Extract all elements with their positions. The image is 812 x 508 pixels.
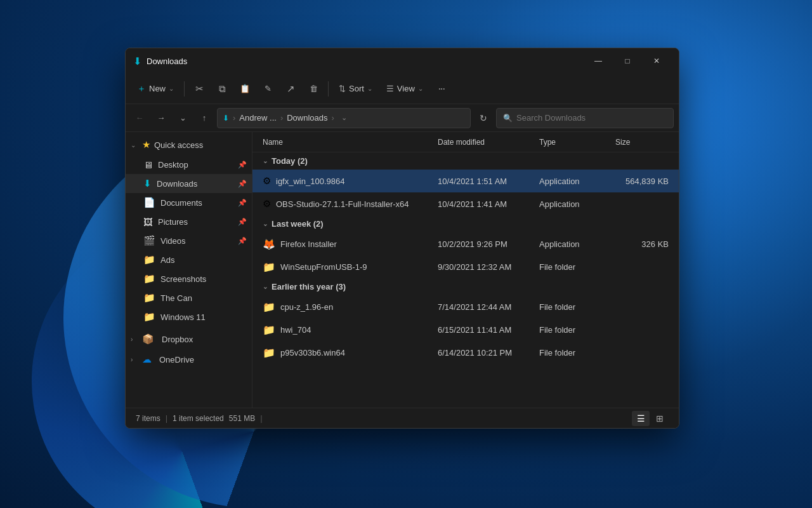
col-header-type[interactable]: Type bbox=[534, 138, 610, 147]
path-sep-3: › bbox=[332, 113, 334, 123]
winsetup-name: WinSetupFromUSB-1-9 bbox=[280, 262, 367, 272]
firefox-name: Firefox Installer bbox=[280, 239, 337, 249]
sort-label: Sort bbox=[349, 84, 364, 93]
sidebar-item-ads[interactable]: 📁 Ads bbox=[126, 250, 252, 269]
file-row-igfx[interactable]: ⚙ igfx_win_100.9864 10/4/2021 1:51 AM Ap… bbox=[252, 170, 679, 192]
status-sep-1: | bbox=[166, 413, 167, 423]
obs-file-icon: ⚙ bbox=[263, 198, 271, 210]
sidebar-item-pictures[interactable]: 🖼 Pictures 📌 bbox=[126, 212, 252, 231]
status-bar: 7 items | 1 item selected 551 MB | ☰ ⊞ bbox=[126, 408, 679, 428]
sidebar-item-the-can[interactable]: 📁 The Can bbox=[126, 288, 252, 307]
hwi-date: 6/15/2021 11:41 AM bbox=[433, 325, 534, 335]
hwi-folder-icon: 📁 bbox=[263, 324, 275, 336]
winsetup-folder-icon: 📁 bbox=[263, 261, 275, 273]
copy-button[interactable]: ⧉ bbox=[211, 78, 233, 100]
group-today-expand-icon[interactable]: ⌄ bbox=[263, 157, 268, 164]
file-explorer-window: ⬇ Downloads — □ ✕ ＋ New ⌄ ✂ ⧉ 📋 ✎ ↗ 🗑 ⇅ … bbox=[125, 48, 679, 429]
toolbar: ＋ New ⌄ ✂ ⧉ 📋 ✎ ↗ 🗑 ⇅ Sort ⌄ ☰ View ⌄ ··… bbox=[126, 74, 679, 104]
file-row-p95[interactable]: 📁 p95v303b6.win64 6/14/2021 10:21 PM Fil… bbox=[252, 341, 679, 364]
firefox-size: 326 KB bbox=[610, 239, 674, 249]
sidebar-item-screenshots[interactable]: 📁 Screenshots bbox=[126, 269, 252, 288]
file-row-obs[interactable]: ⚙ OBS-Studio-27.1.1-Full-Installer-x64 1… bbox=[252, 192, 679, 215]
the-can-folder-icon: 📁 bbox=[143, 292, 155, 304]
view-dropdown-icon: ⌄ bbox=[418, 85, 423, 92]
file-table-header: Name Date modified Type Size bbox=[252, 132, 679, 152]
firefox-type: Application bbox=[534, 239, 610, 249]
new-button[interactable]: ＋ New ⌄ bbox=[131, 78, 180, 100]
col-header-name[interactable]: Name bbox=[258, 138, 433, 147]
address-path[interactable]: ⬇ › Andrew ... › Downloads › ⌄ bbox=[217, 108, 471, 128]
file-name-winsetup: 📁 WinSetupFromUSB-1-9 bbox=[258, 261, 433, 273]
group-lastweek-expand-icon[interactable]: ⌄ bbox=[263, 220, 268, 227]
group-today: ⌄ Today (2) bbox=[252, 152, 679, 170]
pin-icon-documents: 📌 bbox=[238, 199, 247, 207]
downloads-icon: ⬇ bbox=[143, 178, 152, 189]
group-earlier-expand-icon[interactable]: ⌄ bbox=[263, 283, 268, 290]
sort-button[interactable]: ⇅ Sort ⌄ bbox=[332, 78, 379, 100]
view-button[interactable]: ☰ View ⌄ bbox=[380, 78, 429, 100]
window-icon: ⬇ bbox=[133, 55, 141, 67]
sidebar-item-downloads[interactable]: ⬇ Downloads 📌 bbox=[126, 174, 252, 193]
onedrive-expand-icon: › bbox=[131, 356, 138, 363]
obs-type: Application bbox=[534, 199, 610, 209]
sidebar-item-desktop[interactable]: 🖥 Desktop 📌 bbox=[126, 155, 252, 174]
path-dropdown-button[interactable]: ⌄ bbox=[338, 112, 351, 124]
cut-button[interactable]: ✂ bbox=[188, 78, 210, 100]
sidebar-item-windows11[interactable]: 📁 Windows 11 bbox=[126, 307, 252, 326]
file-row-winsetup[interactable]: 📁 WinSetupFromUSB-1-9 9/30/2021 12:32 AM… bbox=[252, 255, 679, 278]
path-drive-icon: ⬇ bbox=[223, 114, 229, 123]
close-button[interactable]: ✕ bbox=[642, 51, 671, 71]
file-name-p95: 📁 p95v303b6.win64 bbox=[258, 347, 433, 359]
hwi-name: hwi_704 bbox=[280, 325, 311, 335]
search-input[interactable] bbox=[516, 113, 667, 123]
desktop-icon: 🖥 bbox=[143, 159, 153, 170]
p95-folder-icon: 📁 bbox=[263, 347, 275, 359]
rename-button[interactable]: ✎ bbox=[257, 78, 278, 100]
col-header-date[interactable]: Date modified bbox=[433, 138, 534, 147]
firefox-file-icon: 🦊 bbox=[263, 238, 275, 250]
dropbox-expand-icon: › bbox=[131, 336, 138, 343]
window-title: Downloads bbox=[147, 57, 584, 66]
dropbox-header[interactable]: › 📦 Dropbox bbox=[126, 329, 252, 349]
up-button[interactable]: ↑ bbox=[195, 109, 213, 127]
file-row-cpuz[interactable]: 📁 cpu-z_1.96-en 7/14/2021 12:44 AM File … bbox=[252, 295, 679, 318]
quick-access-header[interactable]: ⌄ ★ Quick access bbox=[126, 135, 252, 155]
sidebar-item-videos[interactable]: 🎬 Videos 📌 bbox=[126, 231, 252, 250]
share-button[interactable]: ↗ bbox=[280, 78, 301, 100]
onedrive-header[interactable]: › ☁ OneDrive bbox=[126, 349, 252, 370]
group-lastweek-label: Last week (2) bbox=[272, 219, 324, 229]
refresh-button[interactable]: ↻ bbox=[475, 109, 492, 127]
winsetup-type: File folder bbox=[534, 262, 610, 272]
forward-button[interactable]: → bbox=[152, 109, 170, 127]
hwi-type: File folder bbox=[534, 325, 610, 335]
file-row-firefox[interactable]: 🦊 Firefox Installer 10/2/2021 9:26 PM Ap… bbox=[252, 232, 679, 255]
paste-button[interactable]: 📋 bbox=[234, 78, 256, 100]
col-header-size[interactable]: Size bbox=[610, 138, 674, 147]
search-box[interactable]: 🔍 bbox=[496, 108, 674, 128]
sidebar-item-documents[interactable]: 📄 Documents 📌 bbox=[126, 193, 252, 212]
search-icon: 🔍 bbox=[503, 114, 513, 123]
back-button[interactable]: ← bbox=[131, 109, 148, 127]
igfx-file-icon: ⚙ bbox=[263, 175, 271, 187]
items-count: 7 items bbox=[136, 414, 160, 423]
ads-folder-icon: 📁 bbox=[143, 254, 155, 265]
toolbar-separator-2 bbox=[328, 81, 329, 97]
tile-view-button[interactable]: ⊞ bbox=[651, 411, 669, 426]
documents-icon: 📄 bbox=[143, 197, 155, 208]
new-label: New bbox=[149, 84, 166, 93]
file-row-hwi[interactable]: 📁 hwi_704 6/15/2021 11:41 AM File folder bbox=[252, 318, 679, 341]
minimize-button[interactable]: — bbox=[584, 51, 613, 71]
screenshots-folder-icon: 📁 bbox=[143, 273, 155, 284]
quick-access-section: ⌄ ★ Quick access 🖥 Desktop 📌 ⬇ Downloads… bbox=[126, 135, 252, 326]
path-part-2: Downloads bbox=[287, 113, 327, 123]
more-options-button[interactable]: ··· bbox=[431, 78, 452, 100]
group-today-label: Today (2) bbox=[272, 156, 308, 166]
maximize-button[interactable]: □ bbox=[613, 51, 642, 71]
igfx-type: Application bbox=[534, 177, 610, 186]
cpuz-type: File folder bbox=[534, 302, 610, 312]
address-bar: ← → ⌄ ↑ ⬇ › Andrew ... › Downloads › ⌄ ↻… bbox=[126, 104, 679, 132]
expand-path-button[interactable]: ⌄ bbox=[174, 109, 192, 127]
cpuz-name: cpu-z_1.96-en bbox=[280, 302, 333, 312]
list-view-button[interactable]: ☰ bbox=[632, 411, 650, 426]
delete-button[interactable]: 🗑 bbox=[303, 78, 324, 100]
